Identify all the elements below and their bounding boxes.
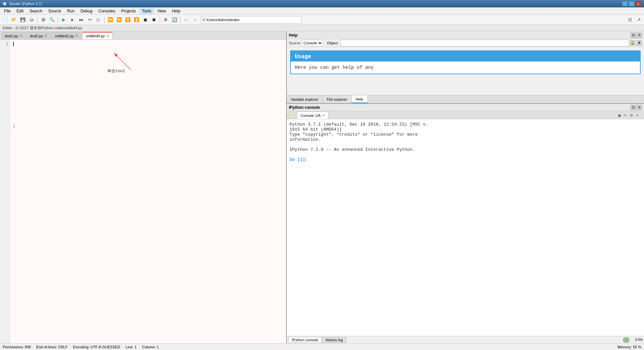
menu-search[interactable]: Search bbox=[27, 8, 45, 14]
minimize-button[interactable]: ─ bbox=[622, 1, 628, 6]
console-prompt: In [1]: bbox=[289, 157, 641, 162]
text-cursor bbox=[13, 42, 14, 46]
save-all-button[interactable]: 🗂 bbox=[28, 16, 36, 24]
menu-run[interactable]: Run bbox=[64, 8, 77, 14]
settings-button[interactable]: ⚙ bbox=[162, 16, 170, 24]
new-file-button[interactable]: 📄 bbox=[1, 16, 9, 24]
right-panel: Help ⊡ ✕ Source Console Editor Object 🔒 … bbox=[287, 32, 644, 343]
help-source-select[interactable]: Console Editor bbox=[302, 40, 323, 46]
run-selection-button[interactable]: ▷ bbox=[95, 16, 103, 24]
open-file-button[interactable]: 📂 bbox=[10, 16, 18, 24]
usage-header: Usage bbox=[291, 51, 640, 61]
console-undock-button[interactable]: ⊡ bbox=[631, 105, 636, 110]
rerun-button[interactable]: ↩ bbox=[86, 16, 94, 24]
help-close-button[interactable]: ✕ bbox=[637, 33, 642, 38]
debug-button[interactable]: ⏩ bbox=[106, 16, 114, 24]
run-file-button[interactable]: ▶ bbox=[60, 16, 68, 24]
tab-test1-close[interactable]: ✕ bbox=[19, 34, 22, 38]
console-new-tab-button[interactable]: 📁 bbox=[289, 112, 296, 118]
menu-debug[interactable]: Debug bbox=[78, 8, 95, 14]
browse-tabs-button[interactable]: ⊞ bbox=[39, 16, 47, 24]
help-undock-button[interactable]: ⊡ bbox=[631, 33, 636, 38]
menu-file[interactable]: File bbox=[1, 8, 13, 14]
menu-tools[interactable]: Tools bbox=[139, 8, 154, 14]
console-tool-2[interactable]: ✏ bbox=[624, 114, 629, 119]
line-number-1: 1 bbox=[1, 42, 8, 46]
text-insertion-cursor: | bbox=[13, 124, 15, 129]
help-object-label: Object bbox=[327, 41, 338, 45]
status-bar: Permissions: RW End-of-lines: CRLF Encod… bbox=[0, 343, 644, 350]
menu-consoles[interactable]: Consoles bbox=[96, 8, 118, 14]
forward-button[interactable]: → bbox=[191, 16, 199, 24]
tab-test2[interactable]: test2.py ✕ bbox=[26, 32, 51, 39]
tab-test1[interactable]: test1.py ✕ bbox=[1, 32, 26, 39]
help-titlebar: Help ⊡ ✕ bbox=[287, 32, 644, 39]
console-tool-4[interactable]: ✕ bbox=[636, 114, 641, 119]
find-button[interactable]: 🔍 bbox=[48, 16, 56, 24]
console-tab-1[interactable]: Console 1/A ✕ bbox=[297, 112, 328, 119]
run-cell-advance-button[interactable]: ⏭ bbox=[77, 16, 85, 24]
tab-untitled1-label: untitled1.py bbox=[55, 34, 74, 38]
help-object-input[interactable] bbox=[340, 40, 629, 46]
menu-edit[interactable]: Edit bbox=[14, 8, 26, 14]
title-text: Spyder (Python 3.7) bbox=[9, 2, 42, 6]
code-area[interactable]: 单击tool | bbox=[10, 40, 286, 343]
back-button[interactable]: ← bbox=[182, 16, 190, 24]
help-options-button[interactable]: ▼ bbox=[637, 40, 642, 46]
stop-debug-button[interactable]: ⏹ bbox=[150, 16, 158, 24]
tab-untitled4[interactable]: untitled4.py ✕ bbox=[82, 32, 112, 39]
step-button[interactable]: ⏩ bbox=[115, 16, 123, 24]
console-tool-1[interactable]: ▣ bbox=[618, 114, 623, 119]
help-title: Help bbox=[289, 33, 298, 38]
console-line-7 bbox=[289, 152, 641, 157]
tab-untitled1-close[interactable]: ✕ bbox=[75, 34, 78, 38]
menu-help[interactable]: Help bbox=[169, 8, 183, 14]
step-into-button[interactable]: ⏬ bbox=[124, 16, 132, 24]
editor-content[interactable]: 1 单击tool bbox=[0, 40, 286, 343]
status-column: Column: 1 bbox=[142, 345, 159, 349]
tab-untitled4-label: untitled4.py bbox=[86, 34, 105, 38]
console-panel: IPython console ⊡ ✕ 📁 Console 1/A ✕ ▣ bbox=[287, 104, 644, 343]
console-close-button[interactable]: ✕ bbox=[637, 105, 642, 110]
menu-source[interactable]: Source bbox=[46, 8, 64, 14]
help-source-label: Source bbox=[289, 41, 301, 45]
console-line-1: Python 3.7.1 (default, Dec 10 2018, 22:5… bbox=[289, 122, 641, 127]
path-bar bbox=[201, 16, 302, 24]
menu-bar: File Edit Search Source Run Debug Consol… bbox=[0, 7, 644, 15]
tab-test2-label: test2.py bbox=[30, 34, 43, 38]
tab-help[interactable]: Help bbox=[352, 95, 368, 103]
console-tool-3[interactable]: ⚙ bbox=[630, 114, 635, 119]
maximize-editor-button[interactable]: ⊡ bbox=[626, 16, 634, 24]
tab-test2-close[interactable]: ✕ bbox=[44, 34, 47, 38]
status-permissions: Permissions: RW bbox=[3, 345, 31, 349]
console-tab-1-close[interactable]: ✕ bbox=[322, 114, 325, 117]
usage-body: Here you can get help of any bbox=[291, 61, 640, 74]
run-cell-button[interactable]: ⏵ bbox=[68, 16, 76, 24]
title-bar-controls[interactable]: ─ □ ✕ bbox=[622, 1, 641, 6]
path-input[interactable] bbox=[201, 16, 302, 24]
tab-untitled4-close[interactable]: ✕ bbox=[106, 34, 109, 38]
console-tabs: 📁 Console 1/A ✕ ▣ ✏ ⚙ ✕ bbox=[287, 111, 644, 119]
menu-view[interactable]: View bbox=[155, 8, 169, 14]
sync-button[interactable]: 🔄 bbox=[170, 16, 178, 24]
help-lock-button[interactable]: 🔒 bbox=[630, 40, 635, 46]
status-tab-ipython[interactable]: IPython console bbox=[288, 337, 322, 343]
console-content[interactable]: Python 3.7.1 (default, Dec 10 2018, 22:5… bbox=[287, 119, 644, 336]
title-bar-left: 🕷 Spyder (Python 3.7) bbox=[3, 1, 42, 6]
status-eol: End-of-lines: CRLF bbox=[36, 345, 68, 349]
step-return-button[interactable]: ⏫ bbox=[132, 16, 141, 24]
close-button[interactable]: ✕ bbox=[635, 1, 641, 6]
console-controls[interactable]: ⊡ ✕ bbox=[631, 105, 642, 110]
continue-button[interactable]: ◼ bbox=[141, 16, 149, 24]
maximize-button[interactable]: □ bbox=[629, 1, 635, 6]
tab-untitled1[interactable]: untitled1.py ✕ bbox=[51, 32, 82, 39]
help-panel: Help ⊡ ✕ Source Console Editor Object 🔒 … bbox=[287, 32, 644, 104]
status-tab-history[interactable]: History log bbox=[322, 337, 346, 343]
tab-file-explorer[interactable]: File explorer bbox=[323, 95, 352, 103]
save-button[interactable]: 💾 bbox=[19, 16, 27, 24]
help-controls[interactable]: ⊡ ✕ bbox=[631, 33, 642, 38]
menu-projects[interactable]: Projects bbox=[119, 8, 139, 14]
title-bar: 🕷 Spyder (Python 3.7) ─ □ ✕ bbox=[0, 0, 644, 7]
close-editor-button[interactable]: ↗ bbox=[635, 16, 643, 24]
tab-variable-explorer[interactable]: Variable explorer bbox=[287, 95, 323, 103]
